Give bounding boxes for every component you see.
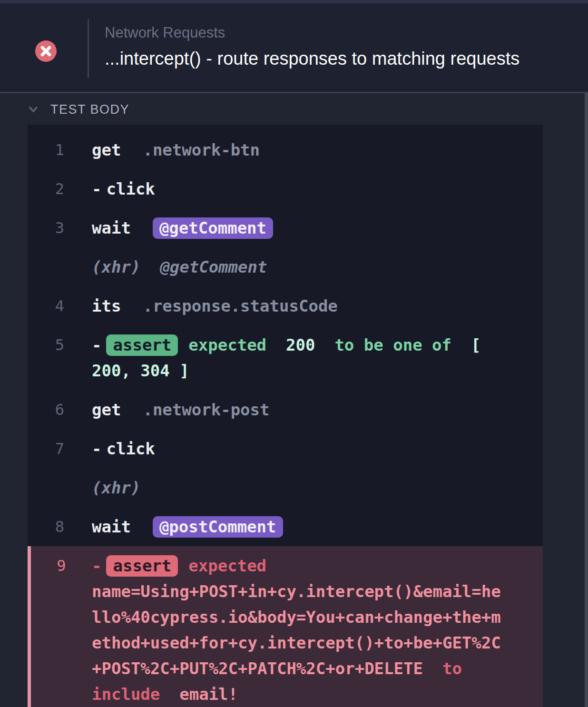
child-command-dash: -: [92, 556, 101, 575]
test-body-section-header[interactable]: TEST BODY: [0, 95, 129, 124]
line-number: 9: [31, 553, 92, 707]
assert-message: to be one of: [315, 335, 471, 354]
command-args: .network-btn: [143, 140, 260, 159]
fail-x-icon: [35, 40, 57, 62]
chevron-down-icon: [27, 103, 40, 116]
command-row[interactable]: 7-click: [28, 429, 543, 468]
command-row[interactable]: 9-assertexpected name=Using+POST+in+cy.i…: [28, 546, 543, 707]
command-row[interactable]: 8wait@postComment: [28, 507, 543, 546]
row-content: its.response.statusCode: [92, 293, 505, 319]
line-number: [28, 254, 92, 280]
log-event-row[interactable]: (xhr) @getComment: [28, 247, 543, 286]
line-number: 8: [28, 514, 92, 540]
command-args: .response.statusCode: [143, 296, 337, 315]
line-number: [28, 475, 92, 501]
row-content: (xhr) @getComment: [92, 254, 505, 280]
line-number: 4: [28, 293, 92, 319]
command-row[interactable]: 2-click: [28, 169, 543, 208]
suite-title: Network Requests: [105, 23, 588, 42]
command-name: wait: [92, 218, 131, 237]
xhr-event-text: (xhr) @getComment: [92, 257, 267, 276]
test-titles: Network Requests ...intercept() - route …: [105, 23, 588, 70]
command-log: 1get.network-btn2-click3wait@getComment(…: [28, 125, 543, 707]
command-row[interactable]: 6get.network-post: [28, 390, 543, 429]
row-content: get.network-post: [92, 397, 505, 422]
child-command-dash: -: [92, 179, 101, 198]
row-content: get.network-btn: [92, 137, 505, 163]
test-result-header[interactable]: Network Requests ...intercept() - route …: [0, 3, 588, 93]
row-content: -assertexpected name=Using+POST+in+cy.in…: [92, 553, 505, 707]
assert-badge[interactable]: assert: [106, 555, 178, 577]
route-alias-badge[interactable]: @postComment: [153, 516, 283, 538]
assert-message: expected: [188, 335, 286, 354]
section-label: TEST BODY: [50, 102, 129, 117]
row-content: wait@getComment: [92, 215, 505, 241]
command-row[interactable]: 5-assertexpected 200 to be one of [ 200,…: [28, 325, 543, 390]
command-row[interactable]: 1get.network-btn: [28, 130, 543, 169]
command-name: click: [106, 179, 155, 198]
assert-value: email!: [179, 685, 238, 704]
route-alias-badge[interactable]: @getComment: [153, 217, 273, 239]
log-event-row[interactable]: (xhr): [28, 468, 543, 507]
command-row[interactable]: 4its.response.statusCode: [28, 286, 543, 325]
child-command-dash: -: [92, 439, 101, 458]
command-name: wait: [92, 517, 131, 536]
command-row[interactable]: 3wait@getComment: [28, 208, 543, 247]
assert-value: 200: [286, 335, 315, 354]
row-content: wait@postComment: [92, 514, 505, 540]
panel-resizer[interactable]: [585, 93, 588, 707]
row-content: -assertexpected 200 to be one of [ 200, …: [92, 332, 505, 383]
line-number: 6: [28, 397, 92, 422]
test-title: ...intercept() - route responses to matc…: [105, 47, 588, 70]
command-name: its: [92, 296, 121, 315]
line-number: 5: [28, 332, 92, 383]
assert-badge[interactable]: assert: [106, 334, 178, 356]
child-command-dash: -: [92, 335, 101, 354]
top-divider-strip: [0, 0, 588, 3]
line-number: 2: [28, 176, 92, 202]
command-name: get: [92, 400, 121, 419]
row-content: -click: [92, 176, 505, 202]
xhr-event-text: (xhr): [92, 478, 140, 497]
command-name: click: [106, 439, 155, 458]
assert-message: expected: [188, 556, 286, 575]
header-vertical-divider: [88, 19, 89, 78]
row-content: (xhr): [92, 475, 505, 501]
row-content: -click: [92, 436, 505, 462]
command-name: get: [92, 140, 121, 159]
line-number: 1: [28, 137, 92, 163]
line-number: 7: [28, 436, 92, 462]
command-args: .network-post: [143, 400, 269, 419]
line-number: 3: [28, 215, 92, 241]
